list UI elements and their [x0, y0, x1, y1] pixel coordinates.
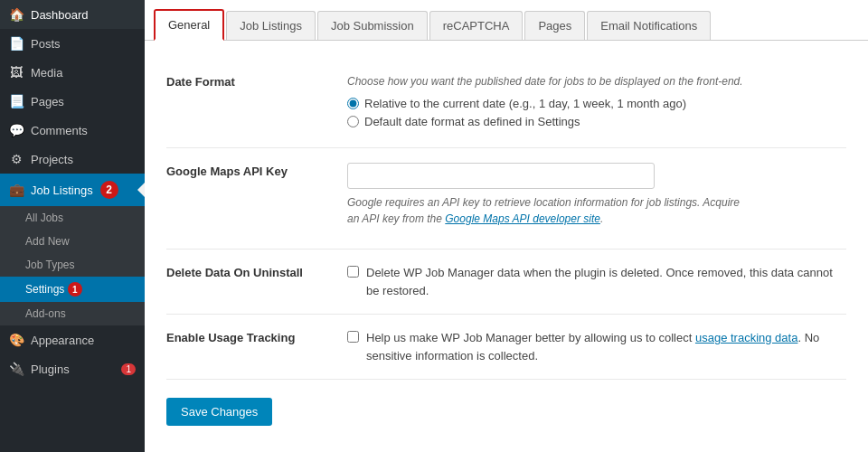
delete-data-row: Delete Data On Uninstall Delete WP Job M… [166, 250, 846, 315]
tab-pages[interactable]: Pages [524, 11, 585, 40]
sidebar-item-label: Plugins [31, 363, 70, 376]
sub-item-label: Settings [25, 283, 64, 296]
plugins-icon: 🔌 [9, 362, 24, 376]
tab-recaptcha[interactable]: reCAPTCHA [429, 11, 524, 40]
radio-label-default: Default date format as defined in Settin… [364, 115, 580, 128]
step-badge-settings: 1 [68, 282, 82, 297]
step-badge-sidebar: 2 [100, 181, 118, 199]
sidebar-submenu: All JobsAdd NewJob TypesSettings 1Add-on… [0, 206, 145, 325]
tab-email-notifications[interactable]: Email Notifications [587, 11, 711, 40]
google-maps-link[interactable]: Google Maps API developer site [445, 212, 600, 225]
usage-tracking-checkbox[interactable] [347, 331, 359, 343]
sidebar-item-label: Job Listings [31, 184, 93, 197]
sidebar-item-pages[interactable]: 📃Pages [0, 87, 145, 116]
radio-label-relative: Relative to the current date (e.g., 1 da… [364, 97, 686, 110]
badge-plugins: 1 [121, 363, 136, 375]
delete-data-label: Delete Data On Uninstall [166, 264, 347, 279]
pages-icon: 📃 [9, 94, 24, 108]
settings-content: Date Format Choose how you want the publ… [145, 41, 868, 452]
tab-general[interactable]: General [154, 9, 224, 41]
sidebar-sub-item-job-types[interactable]: Job Types [0, 253, 145, 277]
date-format-control: Choose how you want the published date f… [347, 73, 846, 133]
save-changes-button[interactable]: Save Changes [166, 398, 272, 426]
delete-data-checkbox-row[interactable]: Delete WP Job Manager data when the plug… [347, 264, 846, 299]
delete-data-desc: Delete WP Job Manager data when the plug… [366, 264, 846, 299]
tab-job-submission[interactable]: Job Submission [317, 11, 428, 40]
job-listings-icon: 💼 [9, 183, 24, 197]
delete-data-checkbox[interactable] [347, 266, 359, 278]
appearance-icon: 🎨 [9, 333, 24, 347]
media-icon: 🖼 [9, 65, 24, 80]
date-format-row: Date Format Choose how you want the publ… [166, 59, 846, 148]
sidebar-item-label: Comments [31, 124, 88, 137]
usage-tracking-row: Enable Usage Tracking Help us make WP Jo… [166, 315, 846, 380]
sidebar-item-label: Pages [31, 95, 64, 108]
usage-tracking-desc: Help us make WP Job Manager better by al… [366, 329, 846, 364]
sidebar-item-comments[interactable]: 💬Comments [0, 116, 145, 145]
date-format-option-0[interactable]: Relative to the current date (e.g., 1 da… [347, 97, 846, 110]
sidebar-item-label: Media [31, 66, 62, 80]
google-maps-label: Google Maps API Key [166, 163, 347, 178]
radio-relative[interactable] [347, 98, 359, 109]
sidebar-item-label: Dashboard [31, 8, 89, 22]
main-content: GeneralJob ListingsJob SubmissionreCAPTC… [145, 0, 868, 452]
date-format-label: Date Format [166, 73, 347, 89]
sidebar-item-appearance[interactable]: 🎨Appearance [0, 325, 145, 354]
usage-tracking-control: Help us make WP Job Manager better by al… [347, 329, 846, 364]
sidebar-item-dashboard[interactable]: 🏠Dashboard [0, 0, 145, 29]
sidebar-arrow [137, 183, 145, 197]
sidebar-sub-item-settings[interactable]: Settings 1 [0, 277, 145, 302]
sidebar-sub-item-all-jobs[interactable]: All Jobs [0, 206, 145, 230]
sidebar-item-projects[interactable]: ⚙Projects [0, 145, 145, 174]
sidebar-item-plugins[interactable]: 🔌Plugins1 [0, 354, 145, 383]
google-maps-description: Google requires an API key to retrieve l… [347, 194, 846, 227]
sidebar-item-label: Appearance [31, 334, 94, 347]
posts-icon: 📄 [9, 36, 24, 51]
google-maps-row: Google Maps API Key Google requires an A… [166, 148, 846, 250]
projects-icon: ⚙ [9, 152, 24, 166]
sidebar-item-posts[interactable]: 📄Posts [0, 29, 145, 58]
dashboard-icon: 🏠 [9, 7, 24, 22]
radio-default[interactable] [347, 116, 359, 127]
delete-data-control: Delete WP Job Manager data when the plug… [347, 264, 846, 299]
date-format-option-1[interactable]: Default date format as defined in Settin… [347, 115, 846, 128]
usage-tracking-checkbox-row[interactable]: Help us make WP Job Manager better by al… [347, 329, 846, 364]
sidebar-item-label: Projects [31, 153, 73, 166]
usage-tracking-label: Enable Usage Tracking [166, 329, 347, 344]
usage-tracking-link[interactable]: usage tracking data [695, 331, 797, 344]
google-maps-input[interactable] [347, 163, 655, 189]
sidebar: 🏠Dashboard📄Posts🖼Media📃Pages💬Comments⚙Pr… [0, 0, 145, 452]
date-format-description: Choose how you want the published date f… [347, 73, 846, 89]
sidebar-item-label: Posts [31, 37, 61, 51]
tab-bar: GeneralJob ListingsJob SubmissionreCAPTC… [145, 0, 868, 41]
google-maps-control: Google requires an API key to retrieve l… [347, 163, 846, 234]
sidebar-item-media[interactable]: 🖼Media [0, 58, 145, 87]
sidebar-sub-item-add-ons[interactable]: Add-ons [0, 302, 145, 325]
sidebar-item-job-listings[interactable]: 💼Job Listings2 [0, 174, 145, 206]
comments-icon: 💬 [9, 123, 24, 137]
sidebar-sub-item-add-new[interactable]: Add New [0, 230, 145, 253]
tab-job-listings[interactable]: Job Listings [226, 11, 316, 40]
